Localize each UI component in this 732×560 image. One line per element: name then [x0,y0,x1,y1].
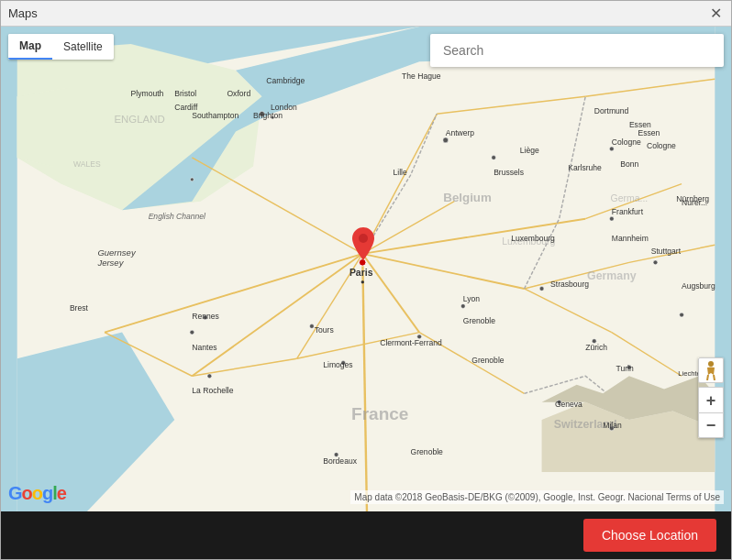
svg-text:Nürnberg: Nürnberg [676,194,709,203]
svg-text:Grenoble: Grenoble [411,447,443,456]
zoom-in-button[interactable]: + [698,387,724,412]
map-attribution: Map data ©2018 GeoBasis-DE/BKG (©2009), … [350,490,724,504]
svg-text:Zürich: Zürich [585,343,607,352]
svg-text:Liège: Liège [520,146,539,155]
svg-text:Cologne: Cologne [612,137,641,147]
map-svg: France Belgium Germany Germa... Switzerl… [1,27,731,511]
svg-text:Tours: Tours [315,325,334,335]
svg-point-25 [190,330,194,335]
svg-point-38 [609,147,614,151]
svg-text:Germa...: Germa... [611,193,649,203]
svg-text:Turin: Turin [616,364,634,373]
search-input[interactable] [430,34,724,67]
svg-text:La Rochelle: La Rochelle [192,386,233,395]
search-box[interactable] [430,34,724,67]
svg-text:Brussels: Brussels [494,168,524,177]
choose-location-button[interactable]: Choose Location [583,519,716,552]
svg-point-104 [359,234,368,243]
svg-text:The Hague: The Hague [402,71,441,81]
map-tabs[interactable]: Map Satellite [8,34,114,60]
tab-satellite[interactable]: Satellite [52,34,114,60]
google-text: Google [8,483,66,503]
window-title: Maps [8,6,38,20]
svg-text:Lyon: Lyon [463,294,480,303]
svg-text:Nantes: Nantes [192,343,216,352]
svg-text:Luxembourg: Luxembourg [511,234,555,243]
svg-text:Belgium: Belgium [443,191,492,204]
svg-point-29 [460,304,465,309]
svg-text:English Channel: English Channel [149,212,206,221]
svg-text:Karlsruhe: Karlsruhe [568,163,602,172]
svg-point-42 [310,324,315,329]
svg-text:Brest: Brest [70,303,89,313]
svg-text:Guernsey: Guernsey [97,247,136,258]
google-logo: Google [8,483,66,504]
svg-text:Stuttgart: Stuttgart [651,247,682,256]
zoom-controls: + − [698,357,724,438]
svg-line-106 [707,375,708,380]
svg-text:Bordeaux: Bordeaux [323,456,357,466]
svg-text:Cambridge: Cambridge [266,76,305,85]
map-pin [352,227,374,260]
map-container[interactable]: France Belgium Germany Germa... Switzerl… [1,27,731,511]
svg-text:Jersey: Jersey [96,258,124,268]
zoom-out-button[interactable]: − [698,412,724,438]
svg-text:Essen: Essen [629,120,651,129]
svg-text:Cologne: Cologne [647,141,676,150]
svg-text:●: ● [360,278,365,286]
map-background: France Belgium Germany Germa... Switzerl… [1,27,731,511]
svg-text:Oxford: Oxford [227,89,250,98]
svg-text:Germany: Germany [587,269,637,282]
svg-text:Brighton: Brighton [253,111,283,120]
svg-text:Rennes: Rennes [192,312,219,321]
svg-point-34 [539,287,544,291]
svg-text:Cardiff: Cardiff [174,103,198,112]
bottom-bar: Choose Location [1,511,731,559]
svg-point-37 [680,313,684,317]
svg-text:Clermont-Ferrand: Clermont-Ferrand [380,338,442,347]
svg-point-35 [609,216,614,221]
svg-point-24 [443,137,449,143]
svg-point-26 [207,374,212,379]
svg-text:London: London [271,103,297,112]
terms-link[interactable]: Terms of Use [666,492,720,502]
svg-text:Augsburg: Augsburg [682,281,715,291]
svg-point-36 [653,260,658,265]
svg-line-107 [714,375,715,380]
svg-text:ENGLAND: ENGLAND [115,114,165,125]
svg-text:Mannheim: Mannheim [612,234,649,243]
svg-point-105 [708,361,714,367]
svg-text:Southampton: Southampton [192,111,238,120]
svg-text:WALES: WALES [73,159,101,169]
svg-text:France: France [351,404,408,423]
svg-text:Grenoble: Grenoble [471,356,504,365]
svg-text:Bristol: Bristol [174,89,196,98]
svg-text:Essen: Essen [638,128,660,137]
svg-text:Geneva: Geneva [555,400,582,409]
svg-text:Grenoble: Grenoble [463,316,495,325]
svg-text:Limoges: Limoges [323,360,352,369]
svg-text:Bonn: Bonn [620,159,638,169]
svg-text:Lille: Lille [394,168,407,177]
close-button[interactable]: ✕ [707,5,724,22]
svg-text:Plymouth: Plymouth [131,89,164,98]
maps-window: Maps ✕ [0,0,732,560]
svg-text:Milan: Milan [603,421,622,430]
svg-text:Frankfurt: Frankfurt [612,207,644,216]
attribution-text: Map data ©2018 GeoBasis-DE/BKG (©2009), … [354,492,663,502]
svg-text:Paris: Paris [349,268,373,278]
svg-text:Strasbourg: Strasbourg [550,280,589,289]
tab-map[interactable]: Map [8,34,52,60]
svg-text:Dortmund: Dortmund [594,106,629,115]
title-bar: Maps ✕ [1,1,731,27]
pegman-button[interactable] [698,357,724,383]
svg-point-43 [190,178,194,181]
svg-point-39 [492,156,496,160]
svg-text:Antwerp: Antwerp [446,128,475,137]
